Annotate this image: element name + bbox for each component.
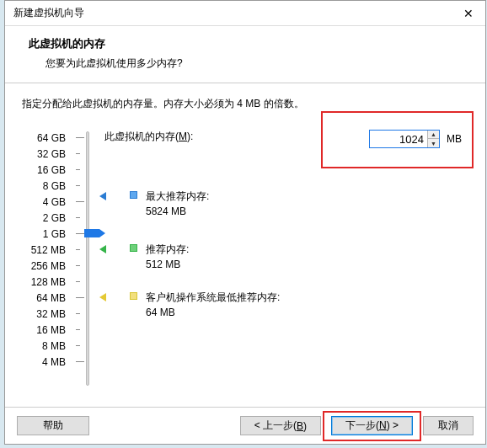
help-button[interactable]: 帮助 <box>17 416 89 435</box>
rec-max: 最大推荐内存: 5824 MB <box>130 189 209 219</box>
memory-row: 此虚拟机的内存(M): ▲ ▼ MB <box>104 130 468 144</box>
window-title: 新建虚拟机向导 <box>13 6 84 20</box>
memory-label: 此虚拟机的内存(M): <box>104 130 193 144</box>
scale-tick-label: 1 GB <box>22 228 66 240</box>
memory-unit: MB <box>447 133 462 145</box>
cancel-button[interactable]: 取消 <box>423 416 474 435</box>
scale-tick: 16 GB <box>22 162 104 178</box>
rec-rec-value: 512 MB <box>146 257 189 272</box>
scale-tick: 2 GB <box>22 210 104 226</box>
instruction-text: 指定分配给此虚拟机的内存量。内存大小必须为 4 MB 的倍数。 <box>22 97 468 111</box>
scale-tick-label: 512 MB <box>22 244 66 256</box>
slider-thumb[interactable] <box>84 229 99 237</box>
page-subtitle: 您要为此虚拟机使用多少内存? <box>45 56 462 71</box>
scale-tick-label: 4 GB <box>22 196 66 208</box>
scale-tick-label: 32 MB <box>22 308 66 320</box>
body: 指定分配给此虚拟机的内存量。内存大小必须为 4 MB 的倍数。 64 GB32 … <box>5 83 485 370</box>
next-button[interactable]: 下一步(N) > <box>331 416 413 435</box>
scale-tick: 4 MB <box>22 354 104 370</box>
scale-tick: 32 MB <box>22 306 104 322</box>
scale-tick: 4 GB <box>22 194 104 210</box>
back-button[interactable]: < 上一步(B) <box>240 416 321 435</box>
next-highlight-box: 下一步(N) > <box>323 411 421 441</box>
scale-tick: 64 MB <box>22 290 104 306</box>
scale-tick-label: 8 GB <box>22 180 66 192</box>
memory-spinner: ▲ ▼ <box>369 130 440 148</box>
scale-tick: 32 GB <box>22 146 104 162</box>
square-blue-icon <box>130 191 137 199</box>
spinner-down-icon[interactable]: ▼ <box>428 139 439 147</box>
memory-scale: 64 GB32 GB16 GB8 GB4 GB2 GB1 GB512 MB256… <box>22 130 104 370</box>
close-icon[interactable]: ✕ <box>458 7 479 20</box>
scale-tick-label: 64 MB <box>22 292 66 304</box>
scale-tick: 64 GB <box>22 130 104 146</box>
wizard-window: 新建虚拟机向导 ✕ 此虚拟机的内存 您要为此虚拟机使用多少内存? 指定分配给此虚… <box>4 0 486 445</box>
rec-rec: 推荐内存: 512 MB <box>130 242 189 272</box>
scale-tick-label: 4 MB <box>22 356 66 368</box>
scale-tick-label: 16 MB <box>22 324 66 336</box>
scale-tick-label: 8 MB <box>22 340 66 352</box>
slider-track[interactable] <box>86 131 89 386</box>
scale-tick-label: 64 GB <box>22 132 66 144</box>
right-column: 此虚拟机的内存(M): ▲ ▼ MB <box>104 130 468 370</box>
rec-min: 客户机操作系统最低推荐内存: 64 MB <box>130 290 280 320</box>
scale-tick-label: 2 GB <box>22 212 66 224</box>
scale-tick-label: 256 MB <box>22 260 66 272</box>
spinner-up-icon[interactable]: ▲ <box>428 131 439 139</box>
scale-tick: 128 MB <box>22 274 104 290</box>
rec-min-value: 64 MB <box>146 305 280 320</box>
page-title: 此虚拟机的内存 <box>29 36 462 51</box>
square-yellow-icon <box>130 292 137 300</box>
rec-max-value: 5824 MB <box>146 204 209 219</box>
scale-tick: 16 MB <box>22 322 104 338</box>
spinner-buttons: ▲ ▼ <box>427 131 439 147</box>
scale-tick: 8 GB <box>22 178 104 194</box>
rec-rec-label: 推荐内存: <box>146 242 189 257</box>
memory-input[interactable] <box>370 131 427 147</box>
header: 此虚拟机的内存 您要为此虚拟机使用多少内存? <box>5 26 485 83</box>
scale-tick-label: 16 GB <box>22 164 66 176</box>
scale-tick: 512 MB <box>22 242 104 258</box>
scale-tick-label: 128 MB <box>22 276 66 288</box>
scale-tick-label: 32 GB <box>22 148 66 160</box>
scale-tick: 8 MB <box>22 338 104 354</box>
footer: 帮助 < 上一步(B) 下一步(N) > 取消 <box>5 407 485 444</box>
titlebar: 新建虚拟机向导 ✕ <box>5 1 485 26</box>
memory-highlight-box: ▲ ▼ MB <box>321 111 474 168</box>
rec-max-label: 最大推荐内存: <box>146 189 209 204</box>
square-green-icon <box>130 244 137 252</box>
scale-tick: 256 MB <box>22 258 104 274</box>
rec-min-label: 客户机操作系统最低推荐内存: <box>146 290 280 305</box>
